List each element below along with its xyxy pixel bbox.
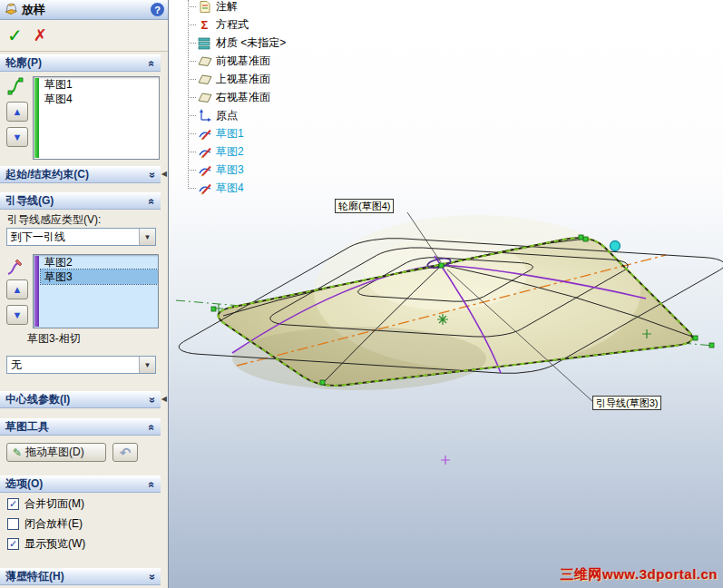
section-title: 中心线参数(I) [5,392,70,407]
tree-item-right-plane[interactable]: 右视基准面 [188,88,270,106]
expand-chevron-icon[interactable]: « [146,172,159,178]
tree-item-sketch1[interactable]: 草图1 [188,124,244,142]
tree-item-label: 草图3 [216,162,244,178]
section-header-start-end-constraints[interactable]: 起始/结束约束(C) « [0,166,161,183]
profile-callout[interactable]: 轮廓(草图4) [335,199,394,213]
selected-vertex[interactable] [611,241,620,251]
checkbox-label: 显示预览(W) [24,536,85,552]
tree-item-front-plane[interactable]: 前视基准面 [188,52,270,70]
plane-icon [197,72,212,86]
up-arrow-icon: ▲ [13,284,23,295]
tree-item-label: 前视基准面 [216,54,270,69]
annotations-icon [197,0,212,14]
watermark-text: 三维网www.3dportal.cn [561,566,718,583]
collapse-chevron-icon[interactable]: « [146,424,159,430]
feature-tree: 注解 Σ 方程式 材质 <未指定> 前视基准面 上视基准面 右视基准面 [169,0,368,204]
expand-chevron-icon[interactable]: « [146,573,159,580]
list-item[interactable]: 草图4 [41,92,159,106]
equations-icon: Σ [201,19,209,31]
tree-item-label: 右视基准面 [216,90,270,105]
move-up-button[interactable]: ▲ [6,102,28,122]
expand-chevron-icon[interactable]: « [146,397,159,403]
plane-icon [197,90,212,104]
tangency-label: 草图3-相切 [27,331,81,347]
panel-action-bar: ✓ ✗ [0,20,168,52]
move-down-button[interactable]: ▼ [6,127,28,147]
dropdown-arrow-icon[interactable]: ▼ [139,357,155,373]
graphics-viewport[interactable]: 注解 Σ 方程式 材质 <未指定> 前视基准面 上视基准面 右视基准面 [169,0,723,588]
sketch-point-marker[interactable] [441,456,450,465]
tree-connector [188,79,196,80]
list-item[interactable]: 草图2 [41,255,158,270]
property-manager-panel: 放样 ? ✓ ✗ 轮廓(P) « 草图1 草图4 ▲ ▼ 起始/结束约束(C) … [0,0,169,588]
tree-item-annotations[interactable]: 注解 [188,0,238,15]
move-down-button[interactable]: ▼ [6,305,28,325]
tree-item-sketch3[interactable]: 草图3 [188,161,244,179]
section-header-profiles[interactable]: 轮廓(P) « [0,54,161,72]
tree-connector [188,24,196,25]
undo-button[interactable]: ↶ [112,443,138,462]
tree-item-origin[interactable]: 原点 [188,106,238,124]
tree-item-material[interactable]: 材质 <未指定> [188,34,286,52]
surface-highlight [364,238,527,310]
list-item-selected[interactable]: 草图3 [41,270,158,284]
tree-item-label: 原点 [216,108,238,123]
ok-button[interactable]: ✓ [7,26,23,44]
guide-influence-dropdown[interactable]: 到下一引线 ▼ [6,228,156,246]
tree-item-label: 草图4 [216,181,244,196]
section-header-thin-feature[interactable]: 薄壁特征(H) « [0,568,161,585]
undo-icon: ↶ [120,445,132,461]
section-title: 薄壁特征(H) [5,569,64,584]
section-header-sketch-tools[interactable]: 草图工具 « [0,418,161,436]
checkbox-row-show-preview: ✓ 显示预览(W) [7,536,85,551]
show-preview-checkbox[interactable]: ✓ [7,538,19,550]
tree-item-label: 上视基准面 [216,72,270,87]
guides-selection-strip [34,256,39,327]
help-button[interactable]: ? [151,3,164,16]
tree-connector [188,115,196,116]
profiles-list[interactable]: 草图1 草图4 [33,76,160,160]
origin-icon [197,108,212,122]
section-title: 轮廓(P) [5,55,42,71]
checkbox-row-merge-tangent-faces: ✓ 合并切面(M) [7,496,84,511]
tree-item-top-plane[interactable]: 上视基准面 [188,70,270,88]
tangency-dropdown[interactable]: 无 ▼ [6,356,156,374]
tree-connector [188,152,196,152]
cancel-button[interactable]: ✗ [34,27,47,44]
down-arrow-icon: ▼ [13,309,23,320]
tree-item-label: 草图2 [216,144,244,160]
guide-influence-label: 引导线感应类型(V): [7,212,101,228]
list-item[interactable]: 草图1 [41,77,159,92]
section-header-options[interactable]: 选项(O) « [0,475,161,493]
panel-title-bar: 放样 ? [0,0,168,20]
checkbox-row-close-loft: 闭合放样(E) [7,516,83,531]
flyout-arrow-icon: ◀ [161,396,167,403]
panel-title: 放样 [22,2,151,18]
tree-item-sketch2[interactable]: 草图2 [188,142,244,161]
merge-tangent-faces-checkbox[interactable]: ✓ [7,498,19,510]
tree-item-equations[interactable]: Σ 方程式 [188,15,249,34]
drag-sketch-button[interactable]: ✎ 拖动草图(D) [6,443,106,462]
section-header-centerline[interactable]: 中心线参数(I) « [0,391,161,408]
tree-connector [188,133,196,134]
section-header-guide-curves[interactable]: 引导线(G) « [0,192,161,210]
plane-icon [197,54,212,68]
pencil-icon: ✎ [13,446,22,459]
up-arrow-icon: ▲ [13,106,23,117]
tree-connector [188,61,196,62]
collapse-chevron-icon[interactable]: « [146,481,159,487]
checkbox-label: 闭合放样(E) [24,516,83,532]
down-arrow-icon: ▼ [13,132,23,142]
guide-curves-list[interactable]: 草图2 草图3 [33,254,159,328]
tree-item-sketch4[interactable]: 草图4 [188,179,244,197]
collapse-chevron-icon[interactable]: « [146,60,159,66]
sketch-icon [197,126,212,141]
tree-item-label: 草图1 [216,126,244,142]
close-loft-checkbox[interactable] [7,518,19,530]
guide-curve-callout[interactable]: 引导线(草图3) [592,396,661,410]
section-title: 起始/结束约束(C) [5,167,89,182]
collapse-chevron-icon[interactable]: « [146,198,159,204]
tree-connector [188,6,196,7]
move-up-button[interactable]: ▲ [6,279,28,299]
dropdown-arrow-icon[interactable]: ▼ [139,229,155,245]
